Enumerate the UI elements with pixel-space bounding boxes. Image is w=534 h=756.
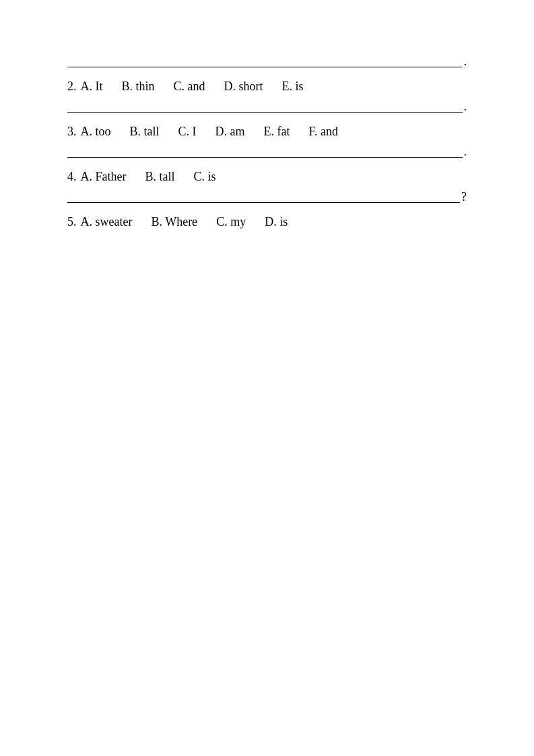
question-3: . 3. A. too B. tall C. I D. am E. fat F.… [67, 99, 467, 139]
question-num-5: 5. [67, 215, 77, 229]
option-3-e: E. fat [264, 125, 290, 139]
option-3-b: B. tall [130, 125, 160, 139]
option-4-a: A. Father [81, 170, 127, 184]
line-end-4: . [464, 146, 467, 158]
option-2-b: B. thin [122, 80, 155, 94]
option-4-b: B. tall [145, 170, 174, 184]
option-5-a: A. sweater [81, 215, 133, 229]
options-row-2: 2. A. It B. thin C. and D. short E. is [67, 80, 467, 94]
question-4: . 4. A. Father B. tall C. is [67, 144, 467, 184]
answer-line-3 [67, 99, 463, 113]
answer-line-5 [67, 189, 460, 203]
page: . 2. A. It B. thin C. and D. short E. is… [0, 0, 534, 756]
option-3-f: F. and [308, 125, 338, 139]
option-3-d: D. am [215, 125, 245, 139]
question-2: . 2. A. It B. thin C. and D. short E. is [67, 54, 467, 94]
question-num-2: 2. [67, 80, 77, 94]
question-5: ? 5. A. sweater B. Where C. my D. is [67, 189, 467, 229]
answer-line-row-5: ? [67, 189, 467, 203]
options-row-3: 3. A. too B. tall C. I D. am E. fat F. a… [67, 125, 467, 139]
answer-line-row-2: . [67, 54, 467, 67]
option-5-c: C. my [216, 215, 246, 229]
option-2-a: A. It [81, 80, 103, 94]
answer-line-row-3: . [67, 99, 467, 113]
line-end-3: . [464, 100, 467, 113]
options-row-4: 4. A. Father B. tall C. is [67, 170, 467, 184]
option-2-d: D. short [224, 80, 263, 94]
option-3-c: C. I [178, 125, 197, 139]
option-3-a: A. too [81, 125, 111, 139]
option-5-d: D. is [265, 215, 288, 229]
option-5-b: B. Where [151, 215, 197, 229]
line-end-2: . [464, 55, 467, 67]
option-2-c: C. and [174, 80, 205, 94]
answer-line-4 [67, 144, 463, 158]
question-num-3: 3. [67, 125, 77, 139]
option-4-c: C. is [193, 170, 215, 184]
options-row-5: 5. A. sweater B. Where C. my D. is [67, 215, 467, 229]
answer-line-row-4: . [67, 144, 467, 158]
option-2-e: E. is [282, 80, 304, 94]
question-num-4: 4. [67, 170, 77, 184]
line-end-5: ? [461, 191, 467, 203]
answer-line-2 [67, 54, 463, 67]
